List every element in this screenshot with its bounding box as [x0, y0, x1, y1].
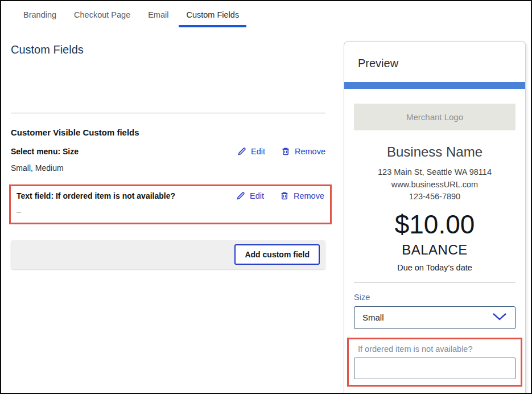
custom-field-row-select-menu: Select menu: Size Edit	[11, 147, 325, 173]
business-website: www.businessURL.com	[354, 179, 515, 191]
preview-divider	[354, 282, 515, 283]
add-custom-field-bar: Add custom field	[11, 240, 325, 269]
tab-email[interactable]: Email	[141, 7, 176, 27]
size-select[interactable]: Small	[354, 306, 515, 329]
edit-label: Edit	[251, 147, 265, 156]
field-options: –	[17, 207, 324, 216]
remove-button[interactable]: Remove	[280, 191, 324, 200]
section-divider	[11, 113, 325, 113]
custom-text-field-highlighted: If ordered item is not available?	[347, 338, 522, 387]
size-select-value: Small	[362, 313, 384, 322]
custom-field-row-text-field-highlighted: Text field: If ordered item is not avail…	[9, 184, 332, 224]
business-address: 123 Main St, Seattle WA 98114	[354, 166, 515, 179]
custom-text-field-label: If ordered item is not available?	[358, 344, 515, 354]
custom-fields-heading: Customer Visible Custom fields	[11, 128, 139, 137]
remove-label: Remove	[295, 147, 325, 156]
trash-icon	[280, 191, 289, 200]
custom-text-field-input[interactable]	[354, 358, 515, 379]
page-title: Custom Fields	[11, 43, 84, 56]
settings-screen: Branding Checkout Page Email Custom Fiel…	[0, 0, 532, 394]
add-custom-field-button[interactable]: Add custom field	[234, 244, 320, 265]
business-phone: 123-456-7890	[354, 191, 515, 203]
settings-tabs: Branding Checkout Page Email Custom Fiel…	[16, 7, 249, 27]
field-title: Select menu: Size	[11, 147, 79, 156]
chevron-down-icon	[492, 313, 507, 322]
edit-label: Edit	[250, 191, 264, 200]
field-title: Text field: If ordered item is not avail…	[17, 191, 175, 200]
trash-icon	[281, 147, 290, 156]
size-select-label: Size	[354, 293, 515, 302]
merchant-logo-placeholder: Merchant Logo	[354, 104, 515, 130]
pencil-icon	[236, 191, 245, 200]
balance-amount: $10.00	[354, 209, 515, 240]
preview-panel: Preview Merchant Logo Business Name 123 …	[344, 41, 526, 394]
tab-checkout-page[interactable]: Checkout Page	[67, 7, 138, 27]
tab-custom-fields[interactable]: Custom Fields	[179, 7, 246, 27]
field-options: Small, Medium	[11, 163, 325, 173]
preview-body: Merchant Logo Business Name 123 Main St,…	[344, 104, 525, 387]
pencil-icon	[237, 147, 246, 156]
remove-label: Remove	[294, 191, 324, 200]
edit-button[interactable]: Edit	[237, 147, 265, 156]
preview-accent-bar	[344, 82, 525, 89]
tab-branding[interactable]: Branding	[16, 7, 64, 27]
preview-title: Preview	[344, 42, 525, 82]
due-date-text: Due on Today’s date	[354, 263, 515, 272]
remove-button[interactable]: Remove	[281, 147, 325, 156]
balance-label: BALANCE	[354, 242, 515, 258]
business-name: Business Name	[354, 144, 515, 160]
edit-button[interactable]: Edit	[236, 191, 264, 200]
